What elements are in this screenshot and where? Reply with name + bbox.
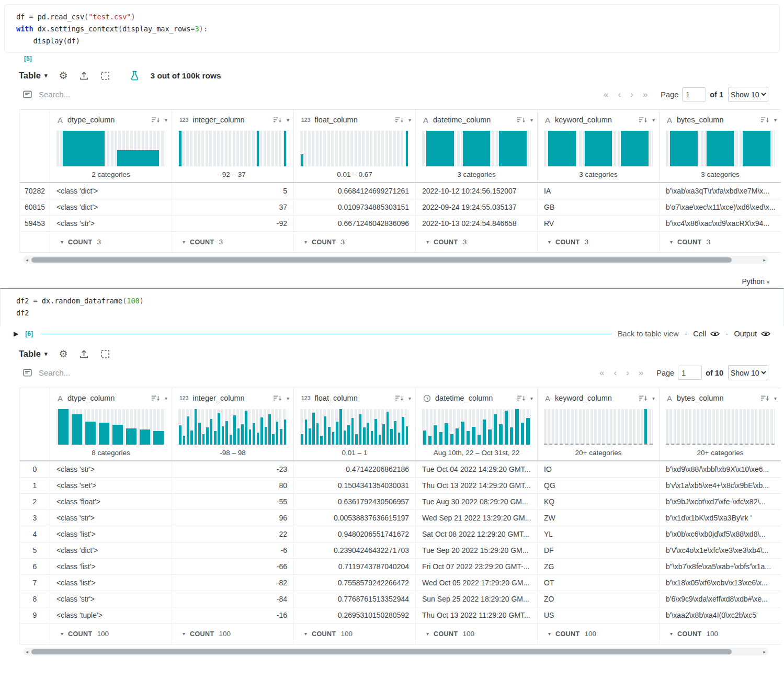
column-histogram[interactable] — [178, 131, 287, 166]
column-menu-icon[interactable]: ▾ — [774, 395, 777, 401]
footer-aggregation[interactable]: ▾ COUNT 3 — [538, 232, 660, 252]
next-page-icon[interactable]: › — [630, 89, 633, 100]
settings-gear-icon[interactable]: ⚙ — [59, 71, 67, 81]
column-header-dtype_column[interactable]: Adtype_column ▾ 2 categories — [50, 110, 172, 182]
column-header-bytes_column[interactable]: Abytes_column ▾ 3 categories — [660, 110, 781, 182]
footer-aggregation[interactable]: ▾ COUNT 3 — [172, 232, 294, 252]
table-row[interactable]: 70282<class 'dict'>50.668412469927126120… — [20, 183, 781, 199]
last-page-icon[interactable]: » — [639, 368, 643, 378]
table-row[interactable]: 8<class 'str'>-840.7768761513352944Sun S… — [20, 591, 781, 607]
column-menu-icon[interactable]: ▾ — [165, 395, 167, 401]
footer-aggregation[interactable]: ▾ COUNT 100 — [50, 624, 172, 644]
column-histogram[interactable] — [300, 409, 409, 445]
back-to-table-link[interactable]: Back to table view — [618, 330, 679, 338]
sort-icon[interactable] — [517, 395, 526, 402]
table-row[interactable]: 7<class 'list'>-820.7558579242266472Wed … — [20, 575, 781, 591]
table-row[interactable]: 0<class 'str'>-230.47142206862186Tue Oct… — [20, 461, 781, 478]
column-menu-icon[interactable]: ▾ — [774, 117, 777, 123]
column-header-datetime_column[interactable]: Adatetime_column ▾ 3 categories — [416, 110, 538, 182]
column-header-float_column[interactable]: 123float_column ▾ 0.01 – 1 — [294, 388, 416, 460]
column-header-datetime_column[interactable]: datetime_column ▾ Aug 10th, 22 – Oct 31s… — [416, 388, 538, 460]
code-editor-1[interactable]: df = pd.read_csv("test.csv") with dx.set… — [16, 11, 768, 47]
first-page-icon[interactable]: « — [599, 368, 604, 378]
sort-icon[interactable] — [151, 117, 160, 123]
scrollbar-thumb[interactable] — [31, 649, 732, 654]
table-row[interactable]: 6<class 'list'>-660.7119743787040204Fri … — [20, 559, 781, 575]
sort-icon[interactable] — [760, 117, 769, 123]
sort-icon[interactable] — [273, 395, 282, 402]
column-histogram[interactable] — [300, 131, 409, 166]
sort-icon[interactable] — [395, 117, 404, 123]
scrollbar-track[interactable] — [31, 648, 760, 655]
column-header-float_column[interactable]: 123float_column ▾ 0.01 – 0.67 — [294, 110, 416, 182]
column-header-dtype_column[interactable]: Adtype_column ▾ 8 categories — [50, 388, 172, 460]
column-header-keyword_column[interactable]: Akeyword_column ▾ 20+ categories — [538, 388, 660, 460]
sort-icon[interactable] — [517, 117, 526, 123]
code-editor-2[interactable]: df2 = dx.random_dataframe(100) df2 — [16, 295, 768, 319]
table-row[interactable]: 60815<class 'dict'>370.01097348853031512… — [20, 199, 781, 216]
column-menu-icon[interactable]: ▾ — [408, 117, 411, 123]
selection-icon[interactable] — [100, 349, 110, 359]
table-row[interactable]: 59453<class 'str'>-920.66712460428360962… — [20, 216, 781, 232]
table-row[interactable]: 1<class 'set'>800.1504341354030031Thu Oc… — [20, 478, 781, 494]
scroll-right-icon[interactable]: ▸ — [760, 649, 768, 654]
footer-aggregation[interactable]: ▾ COUNT 3 — [50, 232, 172, 252]
column-histogram[interactable] — [544, 131, 653, 166]
search-input[interactable] — [39, 368, 206, 377]
next-page-icon[interactable]: › — [626, 368, 629, 378]
footer-aggregation[interactable]: ▾ COUNT 100 — [416, 624, 538, 644]
sort-icon[interactable] — [760, 395, 769, 402]
scroll-left-icon[interactable]: ◂ — [23, 649, 31, 654]
column-histogram[interactable] — [56, 131, 165, 166]
run-cell-icon[interactable]: ▶ — [14, 330, 18, 337]
view-type-dropdown[interactable]: Table ▾ — [19, 349, 47, 359]
page-size-select[interactable]: Show 10 — [728, 365, 768, 380]
sort-icon[interactable] — [639, 117, 647, 123]
output-eye-icon[interactable] — [761, 330, 770, 337]
search-input[interactable] — [39, 90, 206, 99]
code-cell-1[interactable]: df = pd.read_csv("test.csv") with dx.set… — [4, 4, 780, 53]
column-menu-icon[interactable]: ▾ — [287, 395, 289, 401]
settings-gear-icon[interactable]: ⚙ — [59, 349, 67, 359]
footer-aggregation[interactable]: ▾ COUNT 100 — [172, 624, 294, 644]
prev-page-icon[interactable]: ‹ — [618, 89, 621, 100]
table-row[interactable]: 2<class 'float'>-550.6361792430506957Tue… — [20, 494, 781, 510]
footer-aggregation[interactable]: ▾ COUNT 100 — [294, 624, 416, 644]
column-histogram[interactable] — [666, 409, 775, 445]
view-type-dropdown[interactable]: Table ▾ — [19, 71, 47, 81]
column-histogram[interactable] — [178, 409, 287, 445]
column-menu-icon[interactable]: ▾ — [408, 395, 411, 401]
prev-page-icon[interactable]: ‹ — [613, 368, 617, 378]
cell-eye-icon[interactable] — [710, 330, 720, 337]
horizontal-scrollbar[interactable]: ◂ ▸ — [23, 648, 768, 655]
column-histogram[interactable] — [666, 131, 775, 166]
column-menu-icon[interactable]: ▾ — [652, 117, 655, 123]
sort-icon[interactable] — [395, 395, 404, 402]
kernel-select[interactable]: Python ▾ — [742, 277, 769, 286]
table-row[interactable]: 4<class 'list'>220.9480206551741672Sat O… — [20, 526, 781, 542]
footer-aggregation[interactable]: ▾ COUNT 100 — [660, 624, 781, 644]
horizontal-scrollbar[interactable]: ◂ ▸ — [23, 256, 768, 264]
scroll-left-icon[interactable]: ◂ — [23, 257, 31, 263]
column-menu-icon[interactable]: ▾ — [287, 117, 289, 123]
sort-icon[interactable] — [151, 395, 160, 402]
footer-aggregation[interactable]: ▾ COUNT 3 — [416, 232, 538, 252]
scroll-right-icon[interactable]: ▸ — [760, 257, 768, 263]
scrollbar-track[interactable] — [31, 256, 760, 264]
footer-aggregation[interactable]: ▾ COUNT 3 — [294, 232, 416, 252]
page-size-select[interactable]: Show 10 — [728, 87, 768, 102]
column-histogram[interactable] — [422, 131, 531, 166]
column-header-bytes_column[interactable]: Abytes_column ▾ 20+ categories — [660, 388, 781, 460]
export-upload-icon[interactable] — [79, 71, 89, 81]
code-cell-2[interactable]: df2 = dx.random_dataframe(100) df2 — [0, 288, 784, 326]
column-menu-icon[interactable]: ▾ — [530, 395, 533, 401]
column-menu-icon[interactable]: ▾ — [530, 117, 533, 123]
footer-aggregation[interactable]: ▾ COUNT 3 — [660, 232, 781, 252]
scrollbar-thumb[interactable] — [31, 257, 732, 263]
column-menu-icon[interactable]: ▾ — [165, 117, 167, 123]
column-menu-icon[interactable]: ▾ — [652, 395, 655, 401]
column-histogram[interactable] — [544, 409, 653, 445]
selection-icon[interactable] — [100, 71, 110, 81]
page-input[interactable] — [682, 87, 706, 101]
column-histogram[interactable] — [56, 409, 165, 445]
